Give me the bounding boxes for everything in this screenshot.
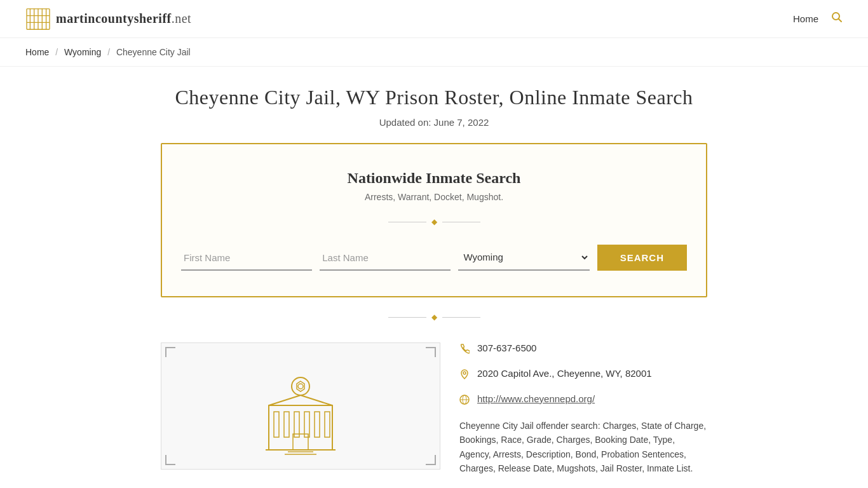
jail-description: Cheyenne City Jail offender search: Char… [459, 419, 707, 476]
phone-detail: 307-637-6500 [459, 342, 707, 356]
state-select[interactable]: AlabamaAlaskaArizonaArkansasCaliforniaCo… [458, 245, 589, 271]
svg-point-26 [463, 372, 466, 374]
bottom-divider-line-right [442, 317, 480, 318]
svg-rect-19 [304, 412, 309, 437]
website-detail: http://www.cheyennepd.org/ [459, 393, 707, 407]
search-subtitle: Arrests, Warrant, Docket, Mugshot. [181, 192, 687, 202]
divider-top: ◆ [181, 217, 687, 227]
divider-line-right [442, 222, 480, 222]
svg-point-12 [298, 384, 303, 389]
breadcrumb-sep-2: / [107, 47, 110, 57]
svg-rect-16 [274, 412, 279, 437]
jail-image [161, 342, 440, 470]
phone-icon [459, 344, 470, 356]
page-title: Cheyenne City Jail, WY Prison Roster, On… [161, 86, 707, 109]
svg-rect-20 [315, 412, 320, 437]
header-search-button[interactable] [831, 11, 843, 26]
first-name-input[interactable] [181, 246, 312, 271]
svg-line-9 [839, 19, 841, 22]
breadcrumb-sep-1: / [55, 47, 58, 57]
breadcrumb-current: Cheyenne City Jail [116, 47, 191, 57]
logo[interactable]: martincountysheriff.net [25, 8, 191, 30]
search-container: Nationwide Inmate Search Arrests, Warran… [161, 143, 707, 297]
building-illustration [250, 367, 351, 469]
phone-number: 307-637-6500 [477, 342, 536, 353]
search-title: Nationwide Inmate Search [181, 170, 687, 187]
updated-date: Updated on: June 7, 2022 [161, 117, 707, 128]
location-icon [459, 369, 470, 382]
site-header: martincountysheriff.net Home [0, 0, 868, 38]
breadcrumb: Home / Wyoming / Cheyenne City Jail [0, 38, 868, 67]
svg-line-14 [269, 395, 301, 405]
svg-line-15 [301, 395, 332, 405]
svg-rect-23 [293, 434, 308, 450]
breadcrumb-state[interactable]: Wyoming [64, 47, 101, 57]
corner-bl [165, 455, 175, 465]
jail-details: 307-637-6500 2020 Capitol Ave., Cheyenne… [459, 342, 707, 476]
nav-home-link[interactable]: Home [793, 13, 818, 24]
svg-rect-17 [284, 412, 289, 437]
corner-br [426, 455, 436, 465]
search-icon [831, 11, 843, 23]
info-section: 307-637-6500 2020 Capitol Ave., Cheyenne… [161, 342, 707, 476]
search-fields: AlabamaAlaskaArizonaArkansasCaliforniaCo… [181, 245, 687, 271]
divider-bottom: ◆ [161, 313, 707, 322]
divider-diamond: ◆ [431, 217, 437, 227]
globe-icon [459, 395, 470, 407]
corner-tl [165, 347, 175, 357]
svg-point-10 [292, 377, 309, 395]
bottom-divider-diamond: ◆ [431, 313, 437, 322]
corner-tr [426, 347, 436, 357]
logo-text: martincountysheriff.net [56, 11, 191, 26]
address-text: 2020 Capitol Ave., Cheyenne, WY, 82001 [477, 368, 652, 379]
main-content: Cheyenne City Jail, WY Prison Roster, On… [148, 67, 720, 488]
logo-icon [25, 8, 51, 30]
address-detail: 2020 Capitol Ave., Cheyenne, WY, 82001 [459, 368, 707, 382]
divider-line-left [388, 222, 426, 222]
svg-rect-21 [325, 412, 330, 437]
website-link[interactable]: http://www.cheyennepd.org/ [477, 393, 595, 404]
last-name-input[interactable] [320, 246, 451, 271]
svg-rect-18 [294, 412, 299, 437]
bottom-divider-line-left [388, 317, 426, 318]
breadcrumb-home[interactable]: Home [25, 47, 49, 57]
main-nav: Home [793, 11, 843, 26]
search-button[interactable]: SEARCH [597, 245, 687, 271]
